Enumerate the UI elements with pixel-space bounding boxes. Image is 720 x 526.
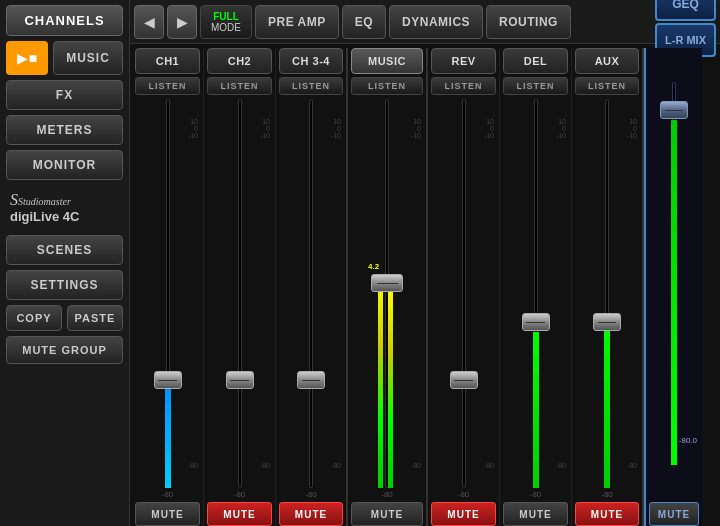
stop-icon: ■ <box>29 50 37 66</box>
music-listen-button[interactable]: LISTEN <box>351 77 423 95</box>
ch1-mute-button[interactable]: MUTE <box>135 502 200 526</box>
dynamics-button[interactable]: DYNAMICS <box>389 5 483 39</box>
settings-button[interactable]: SETTINGS <box>6 270 123 300</box>
aux-listen-button[interactable]: LISTEN <box>575 77 639 95</box>
product-logo: digiLive 4C <box>10 209 79 224</box>
channel-strip-ch2: CH2 LISTEN 10 0 -10 -80 -80 MUTE <box>204 48 276 526</box>
preamp-button[interactable]: PRE AMP <box>255 5 339 39</box>
monitor-button[interactable]: MONITOR <box>6 150 123 180</box>
geq-fader-area: -80.0 <box>649 48 699 499</box>
geq-level-value: -80.0 <box>679 436 697 445</box>
ch1-fader-container: 10 0 -10 -80 <box>135 99 200 488</box>
music-vu-value: 4.2 <box>368 262 379 271</box>
del-vu-bar <box>533 332 539 488</box>
channel-strip-aux: AUX LISTEN 10 0 -10 -80 -80 MUTE <box>572 48 644 526</box>
rev-fader-track-area <box>449 99 479 488</box>
music-vu-bar-left <box>378 274 383 488</box>
rev-bottom-label: -80 <box>458 490 470 499</box>
ch1-label-button[interactable]: CH1 <box>135 48 200 74</box>
rev-mute-button[interactable]: MUTE <box>431 502 496 526</box>
aux-fader-knob[interactable] <box>593 313 621 331</box>
full-text: FULL <box>213 11 239 22</box>
full-mode-button[interactable]: FULL MODE <box>200 5 252 39</box>
music-mute-button[interactable]: MUTE <box>351 502 423 526</box>
sidebar: CHANNELS ▶■ MUSIC FX METERS MONITOR SStu… <box>0 0 130 526</box>
music-bottom-label: -80 <box>381 490 393 499</box>
geq-mute-button[interactable]: MUTE <box>649 502 699 526</box>
aux-vu-bar <box>604 313 610 488</box>
ch1-listen-button[interactable]: LISTEN <box>135 77 200 95</box>
music-fader-container: 10 0 -10 -80 4.2 <box>351 99 423 488</box>
channel-strip-rev: REV LISTEN 10 0 -10 -80 -80 MUTE <box>428 48 500 526</box>
channels-button[interactable]: CHANNELS <box>6 5 123 36</box>
music-button[interactable]: MUSIC <box>53 41 123 75</box>
music-fader-knob[interactable] <box>371 274 403 292</box>
ch34-fader-track <box>309 99 313 488</box>
channel-strip-music: MUSIC LISTEN 10 0 -10 -80 4.2 -80 <box>348 48 428 526</box>
geq-fader-track-area <box>659 82 689 465</box>
ch34-scale: 10 0 -10 -80 <box>331 118 341 468</box>
geq-vu-bar <box>671 120 677 465</box>
routing-button[interactable]: ROUTING <box>486 5 571 39</box>
scenes-button[interactable]: SCENES <box>6 235 123 265</box>
aux-scale: 10 0 -10 -80 <box>627 118 637 468</box>
geq-button[interactable]: GEQ <box>655 0 716 21</box>
del-scale: 10 0 -10 -80 <box>556 118 566 468</box>
logo-area: SStudiomaster digiLive 4C <box>6 185 123 230</box>
copy-button[interactable]: COPY <box>6 305 62 331</box>
play-button[interactable]: ▶■ <box>6 41 48 75</box>
ch2-fader-track-area <box>225 99 255 488</box>
rev-fader-track <box>462 99 466 488</box>
rev-scale: 10 0 -10 -80 <box>484 118 494 468</box>
ch34-fader-container: 10 0 -10 -80 <box>279 99 343 488</box>
nav-back-button[interactable]: ◀ <box>134 5 164 39</box>
play-icon: ▶ <box>17 50 28 66</box>
s-italic: S <box>10 191 18 208</box>
rev-label-button[interactable]: REV <box>431 48 496 74</box>
music-label-button[interactable]: MUSIC <box>351 48 423 74</box>
paste-button[interactable]: PASTE <box>67 305 123 331</box>
meters-button[interactable]: METERS <box>6 115 123 145</box>
ch2-mute-button[interactable]: MUTE <box>207 502 272 526</box>
ch2-label-button[interactable]: CH2 <box>207 48 272 74</box>
channels-area: CH1 LISTEN 10 0 -10 -80 -80 MUTE <box>130 44 720 526</box>
channel-strip-ch34: CH 3-4 LISTEN 10 0 -10 -80 -80 MUTE <box>276 48 348 526</box>
ch34-listen-button[interactable]: LISTEN <box>279 77 343 95</box>
fx-button[interactable]: FX <box>6 80 123 110</box>
transport-row: ▶■ MUSIC <box>6 41 123 75</box>
ch2-bottom-label: -80 <box>234 490 246 499</box>
channel-strip-del: DEL LISTEN 10 0 -10 -80 -80 MUTE <box>500 48 572 526</box>
main-area: ◀ ▶ FULL MODE PRE AMP EQ DYNAMICS ROUTIN… <box>130 0 720 526</box>
rev-listen-button[interactable]: LISTEN <box>431 77 496 95</box>
del-bottom-label: -80 <box>530 490 542 499</box>
top-navigation-bar: ◀ ▶ FULL MODE PRE AMP EQ DYNAMICS ROUTIN… <box>130 0 720 44</box>
aux-mute-button[interactable]: MUTE <box>575 502 639 526</box>
music-scale: 10 0 -10 -80 <box>411 118 421 468</box>
ch2-fader-track <box>238 99 242 488</box>
del-mute-button[interactable]: MUTE <box>503 502 568 526</box>
ch2-listen-button[interactable]: LISTEN <box>207 77 272 95</box>
ch34-fader-knob[interactable] <box>297 371 325 389</box>
ch1-fader-track-area <box>153 99 183 488</box>
del-fader-container: 10 0 -10 -80 <box>503 99 568 488</box>
aux-bottom-label: -80 <box>601 490 613 499</box>
rev-fader-knob[interactable] <box>450 371 478 389</box>
eq-button[interactable]: EQ <box>342 5 386 39</box>
del-fader-track-area <box>521 99 551 488</box>
del-label-button[interactable]: DEL <box>503 48 568 74</box>
aux-fader-container: 10 0 -10 -80 <box>575 99 639 488</box>
ch2-fader-knob[interactable] <box>226 371 254 389</box>
mode-text: MODE <box>211 22 241 33</box>
mute-group-button[interactable]: MUTE GROUP <box>6 336 123 364</box>
del-listen-button[interactable]: LISTEN <box>503 77 568 95</box>
ch1-fader-knob[interactable] <box>154 371 182 389</box>
del-fader-knob[interactable] <box>522 313 550 331</box>
ch34-fader-track-area <box>296 99 326 488</box>
ch34-mute-button[interactable]: MUTE <box>279 502 343 526</box>
nav-forward-button[interactable]: ▶ <box>167 5 197 39</box>
aux-label-button[interactable]: AUX <box>575 48 639 74</box>
ch34-bottom-label: -80 <box>305 490 317 499</box>
geq-fader-knob[interactable] <box>660 101 688 119</box>
ch1-scale: 10 0 -10 -80 <box>188 118 198 468</box>
ch34-label-button[interactable]: CH 3-4 <box>279 48 343 74</box>
